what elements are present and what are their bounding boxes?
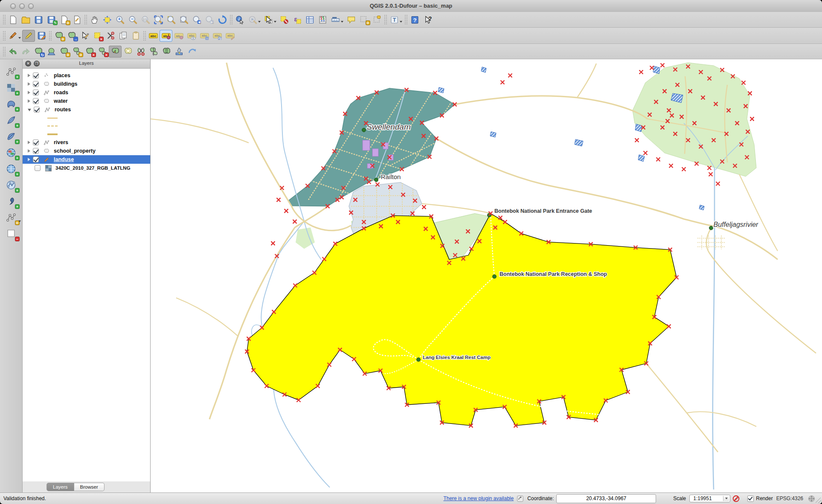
add-wfs-layer-button[interactable]: +	[3, 177, 20, 193]
refresh-map-button[interactable]	[216, 14, 229, 26]
collapse-arrow-icon[interactable]	[28, 109, 31, 111]
scale-combo[interactable]: 1:19951	[689, 495, 730, 502]
show-bookmarks-button[interactable]	[370, 14, 383, 26]
new-shapefile-layer-button[interactable]: ✲	[3, 209, 20, 226]
delete-selected-button[interactable]: ×	[91, 30, 104, 42]
zoom-in-button[interactable]: +	[113, 14, 126, 26]
layer-row-raster[interactable]: 3420C_2010_327_RGB_LATLNG	[23, 164, 150, 172]
delete-part-button[interactable]: ×	[96, 46, 109, 58]
split-features-button[interactable]	[134, 46, 147, 58]
zoom-native-button[interactable]: 1:1	[139, 14, 152, 26]
zoom-out-button[interactable]: −	[126, 14, 139, 26]
stop-render-icon[interactable]	[732, 495, 740, 502]
layer-visibility-checkbox[interactable]	[33, 139, 39, 145]
simplify-feature-button[interactable]	[45, 46, 58, 58]
toolbar-handle[interactable]	[143, 31, 146, 41]
whats-this-button[interactable]: ?	[421, 14, 434, 26]
new-project-button[interactable]	[6, 14, 19, 26]
layer-visibility-checkbox[interactable]	[33, 98, 39, 104]
toolbar-handle[interactable]	[49, 31, 52, 41]
layer-row-water[interactable]: water	[23, 97, 150, 105]
move-feature-button[interactable]: →	[65, 30, 78, 42]
select-by-expression-button[interactable]: ε	[290, 14, 303, 26]
add-postgis-layer-button[interactable]: +	[3, 96, 20, 112]
add-part-button[interactable]: ✲	[70, 46, 83, 58]
layer-row-routes[interactable]: routes	[23, 105, 150, 114]
node-tool-button[interactable]	[78, 30, 91, 42]
text-annotation-button[interactable]: T	[388, 14, 401, 26]
deselect-features-button[interactable]	[278, 14, 290, 26]
tab-browser[interactable]: Browser	[74, 483, 105, 491]
highlight-pinned-labels-button[interactable]: ab	[172, 30, 185, 42]
expand-arrow-icon[interactable]	[28, 149, 30, 153]
fill-ring-button[interactable]	[122, 46, 134, 58]
zoom-last-button[interactable]: ◀	[190, 14, 203, 26]
expand-arrow-icon[interactable]	[28, 82, 30, 86]
copy-features-button[interactable]	[116, 30, 129, 42]
help-contents-button[interactable]: ?	[408, 14, 421, 26]
toolbar-handle[interactable]	[404, 14, 407, 25]
offset-curve-button[interactable]	[186, 46, 198, 58]
undo-button[interactable]	[6, 46, 19, 58]
delete-ring-button[interactable]: ×	[83, 46, 96, 58]
tab-layers[interactable]: Layers	[46, 483, 74, 491]
layer-row-landuse[interactable]: landuse	[23, 155, 150, 164]
add-feature-button[interactable]: ✲	[52, 30, 65, 42]
add-wcs-layer-button[interactable]: +	[3, 161, 20, 177]
split-parts-button[interactable]	[147, 46, 160, 58]
toggle-editing-button[interactable]	[22, 30, 35, 42]
zoom-next-button[interactable]: ▶	[203, 14, 216, 26]
new-print-composer-button[interactable]: ✲	[58, 14, 70, 26]
layer-visibility-checkbox[interactable]	[33, 90, 39, 96]
plugin-link[interactable]: There is a new plugin available	[443, 495, 514, 501]
pan-map-button[interactable]	[88, 14, 101, 26]
toolbar-handle[interactable]	[3, 14, 6, 25]
change-label-properties-button[interactable]: abc	[224, 30, 236, 42]
layer-visibility-checkbox[interactable]	[35, 165, 41, 171]
layer-visibility-checkbox[interactable]	[33, 81, 39, 87]
add-raster-layer-button[interactable]: +	[3, 80, 20, 96]
crs-globe-icon[interactable]	[807, 495, 815, 502]
identify-features-button[interactable]: i	[233, 14, 246, 26]
render-checkbox[interactable]	[747, 495, 754, 502]
remove-layer-button[interactable]: −	[3, 226, 20, 242]
toolbar-handle[interactable]	[3, 31, 6, 41]
expand-arrow-icon[interactable]	[28, 141, 30, 144]
paste-features-button[interactable]	[129, 30, 142, 42]
zoom-to-selection-button[interactable]	[165, 14, 177, 26]
show-hide-labels-button[interactable]: abc	[185, 30, 198, 42]
toolbar-handle[interactable]	[229, 14, 232, 25]
add-mssql-layer-button[interactable]: +	[3, 128, 20, 145]
layer-row-roads[interactable]: roads	[23, 88, 150, 97]
new-bookmark-button[interactable]: ✲	[357, 14, 370, 26]
layer-row-places[interactable]: places	[23, 71, 150, 80]
add-vector-layer-button[interactable]: +	[3, 64, 20, 80]
layer-visibility-checkbox[interactable]	[33, 156, 39, 162]
expand-arrow-icon[interactable]	[28, 158, 30, 161]
layer-visibility-checkbox[interactable]	[33, 72, 39, 78]
open-attribute-table-button[interactable]	[303, 14, 316, 26]
layer-row-school-property[interactable]: school_property	[23, 147, 150, 155]
layer-visibility-checkbox[interactable]	[33, 148, 39, 154]
add-spatialite-layer-button[interactable]: +	[3, 112, 20, 128]
layer-row-buildings[interactable]: buildings	[23, 80, 150, 88]
rotate-feature-button[interactable]: ↻	[32, 46, 45, 58]
pan-to-selection-button[interactable]	[101, 14, 113, 26]
scale-dropdown-icon[interactable]	[723, 496, 729, 501]
toolbar-handle[interactable]	[384, 14, 387, 25]
measure-button[interactable]	[329, 14, 342, 26]
offset-point-symbols-button[interactable]	[173, 46, 186, 58]
open-project-button[interactable]	[19, 14, 32, 26]
zoom-to-layer-button[interactable]	[177, 14, 190, 26]
toolbar-handle[interactable]	[3, 46, 6, 57]
add-wms-layer-button[interactable]: +	[3, 145, 20, 161]
plugin-icon[interactable]	[516, 495, 524, 502]
merge-features-button[interactable]	[160, 46, 173, 58]
run-feature-action-button[interactable]	[246, 14, 259, 26]
save-project-button[interactable]	[32, 14, 45, 26]
label-layer-button[interactable]: abc	[147, 30, 160, 42]
current-edits-button[interactable]	[6, 30, 19, 42]
coordinate-input[interactable]	[556, 494, 656, 503]
layer-visibility-checkbox[interactable]	[34, 107, 40, 113]
move-label-button[interactable]: abc→	[198, 30, 211, 42]
